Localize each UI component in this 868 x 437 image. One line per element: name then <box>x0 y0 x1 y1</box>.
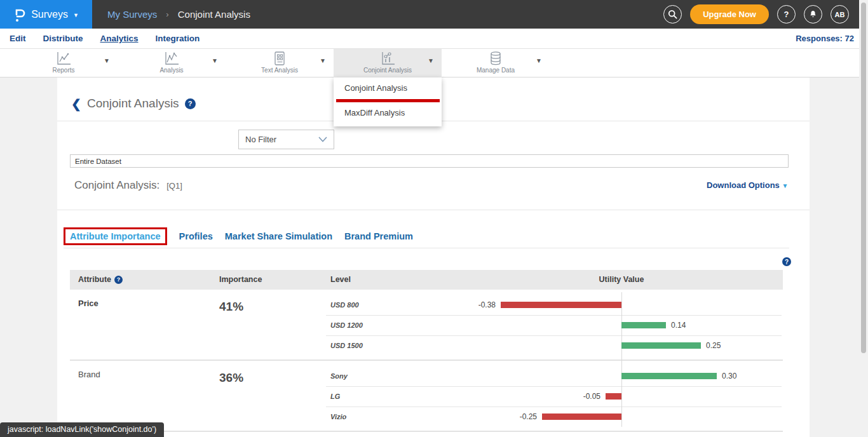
scrollbar-thumb[interactable] <box>861 3 866 353</box>
breadcrumb-my-surveys[interactable]: My Surveys <box>107 9 157 20</box>
toolbar-caret-icon[interactable]: ▼ <box>320 57 326 64</box>
divider <box>57 210 810 210</box>
level-name: Vizio <box>330 407 346 427</box>
scrollbar-track <box>859 0 868 437</box>
attribute-help-icon[interactable]: ? <box>114 276 123 284</box>
utility-value: 0.25 <box>706 335 721 356</box>
download-options-button[interactable]: Download Options ▼ <box>707 180 788 190</box>
utility-bar <box>621 373 717 379</box>
table-help-icon[interactable]: ? <box>782 257 791 266</box>
question-tag: [Q1] <box>166 181 182 191</box>
page-title: Conjoint Analysis <box>87 97 179 111</box>
toolbar-caret-icon[interactable]: ▼ <box>536 57 542 64</box>
upgrade-now-button[interactable]: Upgrade Now <box>690 4 769 24</box>
nav-item-integration[interactable]: Integration <box>156 34 200 43</box>
utility-value: -0.05 <box>569 386 600 407</box>
reports-chart-icon <box>55 51 72 66</box>
conjoint-analysis-icon <box>379 51 396 66</box>
data-filter-value: No Filter <box>245 135 276 144</box>
avatar[interactable]: AB <box>831 5 849 24</box>
col-attribute: Attribute <box>78 270 111 290</box>
manage-data-icon <box>488 51 503 66</box>
dataset-input[interactable] <box>70 154 789 168</box>
divider <box>64 248 789 248</box>
col-level: Level <box>330 270 351 290</box>
tab-brand-premium[interactable]: Brand Premium <box>344 229 413 244</box>
level-row-usd-800: USD 800-0.38 <box>70 295 783 315</box>
notifications-bell-icon[interactable] <box>804 5 822 24</box>
text-analysis-icon <box>273 51 287 66</box>
toolbar-item-label: Analysis <box>159 67 183 74</box>
divider <box>326 407 782 407</box>
level-name: LG <box>330 386 340 407</box>
data-filter-select[interactable]: No Filter <box>238 130 334 149</box>
utility-value: -0.38 <box>464 295 496 315</box>
level-name: USD 800 <box>330 295 359 315</box>
level-row-usd-1200: USD 12000.14 <box>70 315 783 335</box>
nav-item-edit[interactable]: Edit <box>10 34 26 43</box>
tab-attribute-importance[interactable]: Attribute Importance <box>64 227 167 245</box>
toolbar-item-conjoint-analysis[interactable]: Conjoint Analysis▼ <box>334 49 442 77</box>
product-name: Surveys <box>31 9 68 20</box>
col-utility-value: Utility Value <box>558 270 685 290</box>
level-row-usd-1500: USD 15000.25 <box>70 335 783 356</box>
toolbar-caret-icon[interactable]: ▼ <box>428 57 434 64</box>
product-switcher[interactable]: Surveys ▼ <box>0 0 92 29</box>
menu-item-conjoint-analysis[interactable]: Conjoint Analysis <box>334 77 442 99</box>
toolbar-caret-icon[interactable]: ▼ <box>212 57 218 64</box>
nav-item-analytics[interactable]: Analytics <box>100 34 139 43</box>
utility-bar <box>621 322 666 328</box>
level-row-sony: Sony0.30 <box>70 366 783 386</box>
breadcrumb: My Surveys › Conjoint Analysis <box>107 9 250 20</box>
caret-down-icon: ▼ <box>782 182 788 189</box>
level-name: USD 1500 <box>330 335 363 356</box>
divider <box>326 315 782 316</box>
tab-profiles[interactable]: Profiles <box>179 229 213 244</box>
conjoint-analysis-dropdown-menu: Conjoint AnalysisMaxDiff Analysis <box>334 77 442 126</box>
utility-bar <box>621 342 701 349</box>
col-importance: Importance <box>219 270 262 290</box>
level-row-vizio: Vizio-0.25 <box>70 407 783 427</box>
utility-value: 0.30 <box>722 366 736 386</box>
toolbar-item-label: Manage Data <box>477 67 515 74</box>
menu-item-maxdiff-analysis[interactable]: MaxDiff Analysis <box>334 102 442 124</box>
search-icon[interactable] <box>663 5 682 24</box>
section-title: Conjoint Analysis: <box>74 179 159 192</box>
questionpro-logo-icon <box>13 6 26 23</box>
product-caret-icon: ▼ <box>73 12 79 18</box>
utility-value: 0.14 <box>671 315 686 335</box>
toolbar-item-label: Conjoint Analysis <box>363 67 412 74</box>
utility-bar <box>542 413 621 420</box>
toolbar-item-manage-data[interactable]: Manage Data▼ <box>442 49 550 77</box>
help-icon[interactable]: ? <box>777 5 796 24</box>
attribute-importance-table: Attribute ? Importance Level Utility Val… <box>70 270 783 432</box>
responses-count: Responses: 72 <box>796 34 868 43</box>
survey-nav: EditDistributeAnalyticsIntegration Respo… <box>0 29 868 49</box>
utility-axis-line <box>621 292 622 427</box>
utility-bar <box>501 302 621 308</box>
back-chevron-icon[interactable]: ❮ <box>71 98 81 110</box>
table-header: Attribute ? Importance Level Utility Val… <box>70 270 783 290</box>
breadcrumb-current: Conjoint Analysis <box>178 9 250 20</box>
level-name: USD 1200 <box>330 315 363 335</box>
nav-item-distribute[interactable]: Distribute <box>43 34 83 43</box>
tab-market-share-simulation[interactable]: Market Share Simulation <box>225 229 332 244</box>
toolbar-item-label: Text Analysis <box>261 67 298 74</box>
breadcrumb-separator-icon: › <box>166 10 168 19</box>
attribute-group-brand: Brand36%Sony0.30LG-0.05Vizio-0.25 <box>70 361 783 432</box>
top-bar: Surveys ▼ My Surveys › Conjoint Analysis… <box>0 0 868 29</box>
toolbar-item-reports[interactable]: Reports▼ <box>10 49 118 77</box>
page-help-icon[interactable]: ? <box>185 98 196 109</box>
chevron-down-icon <box>318 135 327 144</box>
analysis-chart-icon <box>163 51 180 66</box>
toolbar-item-text-analysis[interactable]: Text Analysis▼ <box>226 49 334 77</box>
toolbar-caret-icon[interactable]: ▼ <box>104 57 110 64</box>
topbar-actions: Upgrade Now ? AB <box>663 4 868 24</box>
toolbar-item-analysis[interactable]: Analysis▼ <box>118 49 226 77</box>
analytics-toolbar: Reports▼Analysis▼Text Analysis▼Conjoint … <box>0 49 868 77</box>
result-tabs: Attribute ImportanceProfilesMarket Share… <box>64 227 413 245</box>
attribute-group-price: Price41%USD 800-0.38USD 12000.14USD 1500… <box>70 290 783 361</box>
level-name: Sony <box>330 366 348 386</box>
divider <box>326 386 782 387</box>
toolbar-item-label: Reports <box>52 67 74 74</box>
